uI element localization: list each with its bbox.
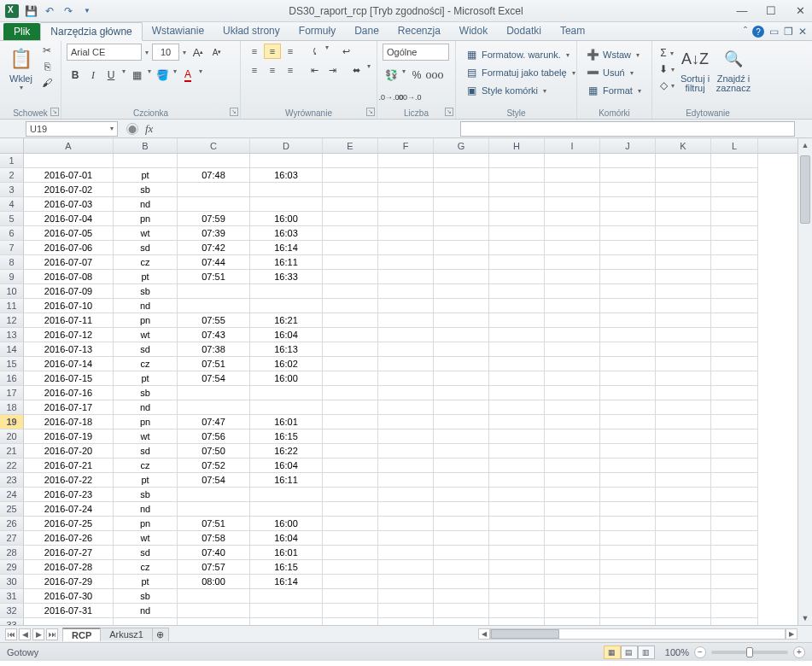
row-header[interactable]: 22 — [0, 459, 24, 473]
cell[interactable] — [489, 284, 545, 299]
cell[interactable] — [545, 400, 600, 415]
cell[interactable] — [545, 604, 600, 618]
cell[interactable] — [323, 517, 378, 531]
cell[interactable] — [434, 546, 489, 560]
cell[interactable] — [434, 502, 489, 517]
cell[interactable] — [323, 183, 378, 197]
border-button[interactable]: ▦ — [128, 67, 145, 83]
column-header[interactable]: B — [114, 138, 178, 153]
cell[interactable] — [489, 531, 545, 546]
cell[interactable] — [545, 531, 600, 546]
cell[interactable] — [489, 226, 545, 241]
cell[interactable] — [711, 502, 758, 517]
cell[interactable] — [600, 415, 656, 429]
cell[interactable] — [489, 618, 545, 625]
close-button[interactable]: ✕ — [792, 4, 809, 17]
cell[interactable] — [434, 400, 489, 415]
cell[interactable] — [545, 560, 600, 575]
cell[interactable] — [545, 299, 600, 313]
cell[interactable] — [323, 371, 378, 386]
cell[interactable]: 16:22 — [250, 444, 323, 459]
grow-font-icon[interactable]: A▴ — [190, 44, 207, 60]
cell[interactable] — [711, 168, 758, 183]
cell[interactable] — [489, 313, 545, 328]
chevron-down-icon[interactable]: ▾ — [110, 125, 114, 132]
cell[interactable] — [656, 444, 711, 459]
cell[interactable] — [489, 560, 545, 575]
increase-indent-icon[interactable]: ⇥ — [324, 62, 341, 78]
align-center-icon[interactable]: ≡ — [264, 62, 281, 78]
cell[interactable] — [434, 444, 489, 459]
cell[interactable]: 07:55 — [178, 313, 250, 328]
row-header[interactable]: 4 — [0, 197, 24, 212]
cell[interactable] — [489, 444, 545, 459]
insert-button[interactable]: ➕Wstaw▾ — [582, 46, 645, 63]
cell[interactable] — [323, 284, 378, 299]
cell[interactable] — [323, 226, 378, 241]
row-header[interactable]: 7 — [0, 241, 24, 255]
cell[interactable] — [545, 502, 600, 517]
cell[interactable] — [323, 270, 378, 284]
number-format-combo[interactable]: Ogólne — [383, 44, 449, 61]
column-header[interactable]: I — [545, 138, 600, 153]
cell[interactable]: 2016-07-02 — [24, 183, 114, 197]
cell[interactable] — [434, 299, 489, 313]
cell[interactable] — [378, 429, 434, 444]
cell[interactable] — [378, 400, 434, 415]
cell[interactable] — [378, 270, 434, 284]
delete-button[interactable]: ➖Usuń▾ — [582, 64, 639, 81]
cell[interactable] — [24, 618, 114, 625]
cell[interactable] — [656, 284, 711, 299]
column-header[interactable]: A — [24, 138, 114, 153]
cell[interactable] — [178, 183, 250, 197]
cell[interactable]: pn — [114, 415, 178, 429]
align-middle-icon[interactable]: ≡ — [264, 44, 281, 59]
cell[interactable]: 07:57 — [178, 560, 250, 575]
column-header[interactable]: H — [489, 138, 545, 153]
cell[interactable] — [600, 502, 656, 517]
sheet-nav-prev-icon[interactable]: ◀ — [19, 628, 31, 640]
cell[interactable] — [656, 560, 711, 575]
cell[interactable] — [434, 168, 489, 183]
cell[interactable] — [250, 589, 323, 604]
cell[interactable]: sb — [114, 284, 178, 299]
cell[interactable]: 16:15 — [250, 560, 323, 575]
zoom-slider[interactable] — [711, 651, 788, 654]
cell[interactable]: cz — [114, 459, 178, 473]
cell[interactable] — [545, 546, 600, 560]
sheet-nav-next-icon[interactable]: ▶ — [32, 628, 44, 640]
cell[interactable]: 16:00 — [250, 371, 323, 386]
cell[interactable] — [711, 546, 758, 560]
cell[interactable] — [178, 488, 250, 502]
cell[interactable]: nd — [114, 604, 178, 618]
cell[interactable]: pt — [114, 371, 178, 386]
cell[interactable]: sd — [114, 342, 178, 357]
cell[interactable]: 2016-07-30 — [24, 589, 114, 604]
cell[interactable]: wt — [114, 531, 178, 546]
cell[interactable] — [711, 255, 758, 270]
cell[interactable] — [545, 255, 600, 270]
cell[interactable] — [434, 241, 489, 255]
cell[interactable]: 07:51 — [178, 517, 250, 531]
chevron-down-icon[interactable]: ▾ — [324, 44, 330, 59]
font-size-combo[interactable]: 10 — [152, 44, 179, 61]
cell[interactable] — [545, 386, 600, 400]
cell[interactable] — [711, 415, 758, 429]
cell[interactable]: wt — [114, 429, 178, 444]
column-header[interactable]: L — [711, 138, 758, 153]
cell[interactable] — [656, 604, 711, 618]
cell[interactable] — [545, 589, 600, 604]
cell[interactable]: 07:54 — [178, 473, 250, 488]
cell[interactable] — [378, 575, 434, 589]
cell[interactable] — [600, 589, 656, 604]
cell[interactable] — [545, 371, 600, 386]
cell[interactable] — [434, 575, 489, 589]
cell[interactable] — [545, 183, 600, 197]
cell[interactable]: sb — [114, 183, 178, 197]
row-header[interactable]: 19 — [0, 415, 24, 429]
cell[interactable] — [489, 488, 545, 502]
cell[interactable] — [178, 386, 250, 400]
cell[interactable]: wt — [114, 226, 178, 241]
cell[interactable] — [489, 589, 545, 604]
row-header[interactable]: 30 — [0, 575, 24, 589]
